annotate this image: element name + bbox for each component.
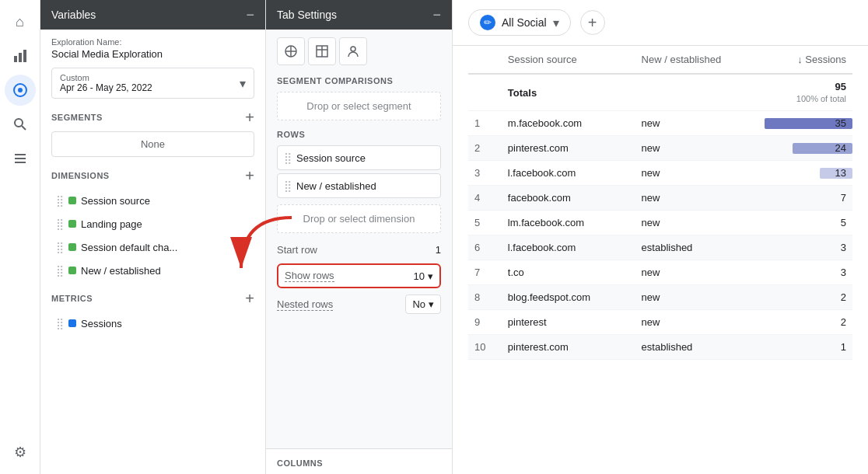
svg-line-6	[22, 126, 26, 130]
report-selector-dot: ✏	[480, 15, 495, 30]
table-row: 10 pinterest.com established 1	[468, 335, 852, 360]
variables-collapse-button[interactable]: −	[246, 8, 254, 22]
show-rows-value: 10	[414, 270, 425, 282]
report-header: ✏ All Social ▾ +	[453, 0, 868, 46]
row-rank: 2	[468, 136, 502, 161]
metrics-section-header: METRICS +	[51, 291, 254, 306]
report-selector-chevron-icon: ▾	[553, 16, 559, 30]
columns-section: COLUMNS	[266, 448, 452, 474]
dimension-landing-page-label: Landing page	[81, 218, 142, 230]
table-row: 8 blog.feedspot.com new 2	[468, 285, 852, 310]
svg-point-5	[15, 119, 23, 127]
segments-add-button[interactable]: +	[245, 110, 254, 125]
dimension-landing-page[interactable]: ⣿ Landing page	[51, 213, 254, 235]
row-status: new	[635, 310, 765, 335]
session-source-column-header[interactable]: Session source	[502, 46, 635, 74]
metric-sessions[interactable]: ⣿ Sessions	[51, 312, 254, 334]
dimension-drop-zone[interactable]: Drop or select dimension	[277, 204, 441, 233]
left-navigation: ⌂ ⚙	[0, 0, 40, 474]
row-status: new	[635, 186, 765, 211]
row-source: pinterest	[502, 310, 635, 335]
segment-drop-zone[interactable]: Drop or select segment	[277, 92, 441, 120]
row-rank: 6	[468, 235, 502, 260]
dimensions-add-button[interactable]: +	[245, 168, 254, 183]
row-rank: 9	[468, 310, 502, 335]
row-source: blog.feedspot.com	[502, 285, 635, 310]
date-range-selector[interactable]: Custom Apr 26 - May 25, 2022 ▾	[51, 68, 254, 99]
row-source: lm.facebook.com	[502, 211, 635, 235]
svg-rect-1	[19, 53, 22, 62]
tab-icon-table[interactable]	[308, 37, 336, 65]
metrics-add-button[interactable]: +	[245, 291, 254, 306]
table-row: 3 l.facebook.com new 13	[468, 161, 852, 186]
row-source: t.co	[502, 260, 635, 285]
report-selector-name: All Social	[502, 16, 547, 29]
row-sessions: 7	[765, 186, 852, 211]
row-sessions: 24	[765, 136, 852, 161]
totals-sessions: 95100% of total	[765, 74, 852, 111]
row-sessions: 3	[765, 235, 852, 260]
svg-rect-8	[15, 158, 26, 159]
rows-new-established-label: New / established	[296, 180, 376, 192]
segments-section-header: SEGMENTS +	[51, 110, 254, 125]
row-source: pinterest.com	[502, 335, 635, 360]
rows-new-established[interactable]: ⣿ New / established	[277, 173, 441, 198]
exploration-name-value: Social Media Exploration	[51, 48, 254, 60]
rows-session-source[interactable]: ⣿ Session source	[277, 145, 441, 170]
sessions-column-header[interactable]: ↓ Sessions	[765, 46, 852, 74]
magnify-icon[interactable]	[5, 109, 36, 140]
dimension-new-established-label: New / established	[81, 265, 161, 277]
row-rank: 10	[468, 335, 502, 360]
drag-icon: ⣿	[284, 179, 292, 192]
analytics-icon[interactable]	[5, 75, 36, 106]
start-row-field: Start row 1	[277, 239, 441, 260]
tab-icon-explore[interactable]	[277, 37, 305, 65]
main-content: ✏ All Social ▾ + Session source New / es…	[453, 0, 868, 474]
dimension-session-default-channel[interactable]: ⣿ Session default cha...	[51, 236, 254, 258]
metric-sessions-label: Sessions	[81, 318, 122, 329]
report-selector[interactable]: ✏ All Social ▾	[468, 9, 571, 36]
table-row: 7 t.co new 3	[468, 260, 852, 285]
home-icon[interactable]: ⌂	[5, 6, 36, 37]
drag-icon: ⣿	[284, 152, 292, 164]
row-rank: 7	[468, 260, 502, 285]
show-rows-select[interactable]: 10 ▾	[414, 270, 433, 282]
data-table-container: Session source New / established ↓ Sessi…	[453, 46, 868, 474]
dimension-new-established[interactable]: ⣿ New / established	[51, 260, 254, 281]
tab-icons-row	[277, 37, 441, 65]
dimension-session-source-label: Session source	[81, 195, 150, 207]
tab-settings-title: Tab Settings	[277, 9, 337, 21]
start-row-value: 1	[436, 244, 441, 256]
new-established-column-header[interactable]: New / established	[635, 46, 765, 74]
metrics-title: METRICS	[51, 294, 93, 303]
row-status: new	[635, 285, 765, 310]
tab-settings-collapse-button[interactable]: −	[432, 8, 441, 22]
date-chevron-icon: ▾	[240, 76, 246, 91]
row-source: l.facebook.com	[502, 235, 635, 260]
row-sessions: 1	[765, 335, 852, 360]
row-rank: 4	[468, 186, 502, 211]
row-source: l.facebook.com	[502, 161, 635, 186]
svg-rect-0	[14, 56, 17, 62]
row-status: established	[635, 335, 765, 360]
rank-column-header	[468, 46, 502, 74]
segment-comparisons-title: SEGMENT COMPARISONS	[277, 76, 441, 85]
add-tab-button[interactable]: +	[580, 10, 605, 35]
row-sessions: 13	[765, 161, 852, 186]
show-rows-box[interactable]: Show rows 10 ▾	[277, 263, 441, 288]
dimension-session-source[interactable]: ⣿ Session source	[51, 190, 254, 211]
settings-icon[interactable]: ⚙	[5, 437, 36, 468]
row-sessions: 2	[765, 285, 852, 310]
rows-title: ROWS	[277, 130, 441, 139]
nested-rows-label[interactable]: Nested rows	[277, 298, 333, 311]
tab-icon-user[interactable]	[339, 37, 367, 65]
row-status: new	[635, 136, 765, 161]
bar-chart-icon[interactable]	[5, 40, 36, 71]
sort-arrow-icon: ↓	[797, 54, 805, 65]
totals-status	[635, 74, 765, 111]
totals-label: Totals	[502, 74, 635, 111]
list-icon[interactable]	[5, 143, 36, 174]
nested-rows-select[interactable]: No ▾	[405, 295, 441, 314]
segment-none: None	[51, 131, 254, 157]
totals-rank	[468, 74, 502, 111]
